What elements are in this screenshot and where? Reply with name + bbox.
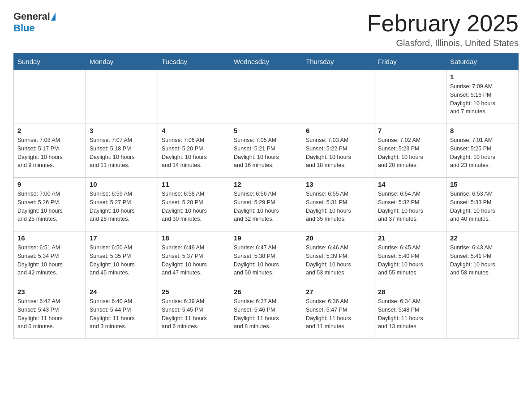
week-row-5: 23Sunrise: 6:42 AM Sunset: 5:43 PM Dayli… [14, 285, 519, 339]
calendar-cell: 22Sunrise: 6:43 AM Sunset: 5:41 PM Dayli… [446, 231, 519, 285]
day-info: Sunrise: 6:40 AM Sunset: 5:44 PM Dayligh… [90, 297, 154, 331]
day-info: Sunrise: 7:09 AM Sunset: 5:16 PM Dayligh… [450, 82, 515, 116]
calendar-cell [446, 285, 519, 339]
calendar-cell [302, 70, 374, 124]
month-title: February 2025 [367, 11, 519, 36]
day-number: 19 [234, 234, 298, 242]
calendar-cell: 24Sunrise: 6:40 AM Sunset: 5:44 PM Dayli… [86, 285, 158, 339]
calendar-cell: 7Sunrise: 7:02 AM Sunset: 5:23 PM Daylig… [374, 124, 446, 178]
calendar-cell [86, 70, 158, 124]
day-number: 22 [450, 234, 515, 242]
day-info: Sunrise: 6:50 AM Sunset: 5:35 PM Dayligh… [90, 244, 154, 277]
day-info: Sunrise: 7:08 AM Sunset: 5:17 PM Dayligh… [17, 136, 82, 170]
calendar-cell: 9Sunrise: 7:00 AM Sunset: 5:26 PM Daylig… [14, 178, 86, 231]
day-number: 1 [450, 73, 515, 81]
calendar-cell: 27Sunrise: 6:36 AM Sunset: 5:47 PM Dayli… [302, 285, 374, 339]
calendar-cell: 6Sunrise: 7:03 AM Sunset: 5:22 PM Daylig… [302, 124, 374, 178]
calendar-cell [158, 70, 230, 124]
day-number: 7 [378, 127, 442, 134]
day-number: 13 [306, 180, 370, 188]
calendar-cell: 12Sunrise: 6:56 AM Sunset: 5:29 PM Dayli… [230, 178, 302, 231]
day-info: Sunrise: 6:34 AM Sunset: 5:48 PM Dayligh… [378, 297, 442, 331]
day-info: Sunrise: 7:00 AM Sunset: 5:26 PM Dayligh… [17, 190, 82, 223]
day-header-wednesday: Wednesday [230, 53, 302, 70]
day-number: 14 [378, 180, 442, 188]
day-info: Sunrise: 6:36 AM Sunset: 5:47 PM Dayligh… [306, 297, 370, 331]
calendar-cell: 18Sunrise: 6:49 AM Sunset: 5:37 PM Dayli… [158, 231, 230, 285]
day-number: 12 [234, 180, 298, 188]
day-info: Sunrise: 6:56 AM Sunset: 5:29 PM Dayligh… [234, 190, 298, 223]
day-number: 6 [306, 127, 370, 134]
day-number: 21 [378, 234, 442, 242]
day-header-tuesday: Tuesday [158, 53, 230, 70]
calendar-cell: 1Sunrise: 7:09 AM Sunset: 5:16 PM Daylig… [446, 70, 519, 124]
day-info: Sunrise: 6:39 AM Sunset: 5:45 PM Dayligh… [162, 297, 226, 331]
day-info: Sunrise: 6:55 AM Sunset: 5:31 PM Dayligh… [306, 190, 370, 223]
day-info: Sunrise: 6:37 AM Sunset: 5:46 PM Dayligh… [234, 297, 298, 331]
day-header-saturday: Saturday [446, 53, 519, 70]
logo: General Blue [13, 11, 56, 34]
week-row-2: 2Sunrise: 7:08 AM Sunset: 5:17 PM Daylig… [14, 124, 519, 178]
day-info: Sunrise: 6:43 AM Sunset: 5:41 PM Dayligh… [450, 244, 515, 277]
day-number: 15 [450, 180, 515, 188]
day-info: Sunrise: 6:54 AM Sunset: 5:32 PM Dayligh… [378, 190, 442, 223]
calendar-cell: 11Sunrise: 6:58 AM Sunset: 5:28 PM Dayli… [158, 178, 230, 231]
calendar-cell: 17Sunrise: 6:50 AM Sunset: 5:35 PM Dayli… [86, 231, 158, 285]
calendar-cell: 3Sunrise: 7:07 AM Sunset: 5:18 PM Daylig… [86, 124, 158, 178]
logo-general-text: General [13, 11, 50, 22]
day-number: 5 [234, 127, 298, 134]
calendar-cell: 13Sunrise: 6:55 AM Sunset: 5:31 PM Dayli… [302, 178, 374, 231]
day-info: Sunrise: 6:53 AM Sunset: 5:33 PM Dayligh… [450, 190, 515, 223]
week-row-4: 16Sunrise: 6:51 AM Sunset: 5:34 PM Dayli… [14, 231, 519, 285]
calendar-cell [14, 70, 86, 124]
day-number: 3 [90, 127, 154, 134]
calendar-cell: 8Sunrise: 7:01 AM Sunset: 5:25 PM Daylig… [446, 124, 519, 178]
week-row-3: 9Sunrise: 7:00 AM Sunset: 5:26 PM Daylig… [14, 178, 519, 231]
day-number: 8 [450, 127, 515, 134]
day-info: Sunrise: 6:59 AM Sunset: 5:27 PM Dayligh… [90, 190, 154, 223]
day-info: Sunrise: 6:58 AM Sunset: 5:28 PM Dayligh… [162, 190, 226, 223]
page-header: General Blue February 2025 Glasford, Ill… [13, 11, 519, 48]
day-number: 25 [162, 288, 226, 295]
day-info: Sunrise: 6:51 AM Sunset: 5:34 PM Dayligh… [17, 244, 82, 277]
calendar-cell: 10Sunrise: 6:59 AM Sunset: 5:27 PM Dayli… [86, 178, 158, 231]
day-info: Sunrise: 7:06 AM Sunset: 5:20 PM Dayligh… [162, 136, 226, 170]
day-number: 9 [17, 180, 82, 188]
day-info: Sunrise: 7:01 AM Sunset: 5:25 PM Dayligh… [450, 136, 515, 170]
day-number: 17 [90, 234, 154, 242]
day-number: 10 [90, 180, 154, 188]
day-number: 26 [234, 288, 298, 295]
day-info: Sunrise: 6:49 AM Sunset: 5:37 PM Dayligh… [162, 244, 226, 277]
calendar-cell [374, 70, 446, 124]
calendar-cell [230, 70, 302, 124]
day-info: Sunrise: 7:02 AM Sunset: 5:23 PM Dayligh… [378, 136, 442, 170]
day-info: Sunrise: 7:05 AM Sunset: 5:21 PM Dayligh… [234, 136, 298, 170]
day-info: Sunrise: 6:45 AM Sunset: 5:40 PM Dayligh… [378, 244, 442, 277]
day-number: 27 [306, 288, 370, 295]
day-header-friday: Friday [374, 53, 446, 70]
calendar-cell: 14Sunrise: 6:54 AM Sunset: 5:32 PM Dayli… [374, 178, 446, 231]
day-header-monday: Monday [86, 53, 158, 70]
calendar-cell: 2Sunrise: 7:08 AM Sunset: 5:17 PM Daylig… [14, 124, 86, 178]
calendar-cell: 28Sunrise: 6:34 AM Sunset: 5:48 PM Dayli… [374, 285, 446, 339]
day-number: 2 [17, 127, 82, 134]
day-header-sunday: Sunday [14, 53, 86, 70]
logo-triangle-icon [51, 13, 56, 21]
day-number: 11 [162, 180, 226, 188]
day-number: 4 [162, 127, 226, 134]
calendar-cell: 26Sunrise: 6:37 AM Sunset: 5:46 PM Dayli… [230, 285, 302, 339]
day-number: 23 [17, 288, 82, 295]
calendar-cell: 25Sunrise: 6:39 AM Sunset: 5:45 PM Dayli… [158, 285, 230, 339]
day-number: 18 [162, 234, 226, 242]
calendar-table: SundayMondayTuesdayWednesdayThursdayFrid… [13, 53, 519, 339]
day-number: 24 [90, 288, 154, 295]
logo-blue-text: Blue [13, 22, 35, 34]
day-number: 20 [306, 234, 370, 242]
day-header-thursday: Thursday [302, 53, 374, 70]
location-text: Glasford, Illinois, United States [367, 38, 519, 48]
calendar-cell: 20Sunrise: 6:46 AM Sunset: 5:39 PM Dayli… [302, 231, 374, 285]
week-row-1: 1Sunrise: 7:09 AM Sunset: 5:16 PM Daylig… [14, 70, 519, 124]
day-info: Sunrise: 6:46 AM Sunset: 5:39 PM Dayligh… [306, 244, 370, 277]
day-number: 16 [17, 234, 82, 242]
day-number: 28 [378, 288, 442, 295]
